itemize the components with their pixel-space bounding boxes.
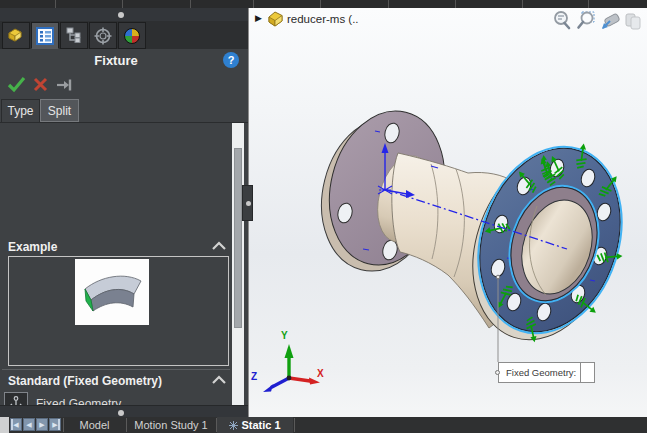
panel-splitter-bottom[interactable] <box>0 405 248 417</box>
flyout-tree-arrow-icon[interactable]: ▶ <box>255 13 262 23</box>
example-part-image <box>75 259 149 325</box>
collapse-chevron-icon[interactable] <box>210 240 228 252</box>
tab-scroll-first-button[interactable]: ◀ <box>10 418 22 431</box>
page-title: Fixture <box>0 53 232 68</box>
tab-scroll-left-button[interactable]: ◀ <box>23 418 35 431</box>
panel-scrollbar[interactable] <box>232 123 244 405</box>
property-manager-icon <box>35 27 55 45</box>
tab-static-1-label: Static 1 <box>241 419 280 431</box>
triad-z-label: Z <box>251 371 257 382</box>
static-study-icon <box>229 421 238 430</box>
part-document-icon <box>266 10 284 27</box>
tab-feature-manager[interactable] <box>2 22 30 49</box>
tab-motion-study-1[interactable]: Motion Study 1 <box>127 417 215 433</box>
panel-splitter-top[interactable] <box>0 8 248 21</box>
example-preview-box <box>8 256 229 366</box>
tab-dimxpert-manager[interactable] <box>89 22 117 49</box>
callout-value-box[interactable] <box>581 362 595 383</box>
tab-bar-corner <box>0 417 9 433</box>
toolbar-strip <box>0 0 647 8</box>
tab-property-manager[interactable] <box>31 22 59 49</box>
fixture-option-fixed-geometry[interactable]: Fixed Geometry <box>0 391 232 405</box>
tab-split[interactable]: Split <box>40 99 79 122</box>
sub-tab-bar: Type Split <box>0 99 248 123</box>
tab-type[interactable]: Type <box>1 99 40 122</box>
solidworks-window: Fixture ? Type Split Example <box>0 0 647 433</box>
section-tool-icon[interactable] <box>599 10 621 32</box>
fixture-option-label: Fixed Geometry <box>36 397 121 405</box>
example-section-header[interactable]: Example <box>8 240 57 254</box>
magnifier-icon[interactable] <box>551 10 573 32</box>
scrollbar-thumb[interactable] <box>234 148 242 328</box>
standard-section-header[interactable]: Standard (Fixed Geometry) <box>8 374 162 388</box>
section-divider <box>2 369 230 370</box>
help-icon[interactable]: ? <box>223 52 239 68</box>
graphics-area[interactable]: ▶ reducer-ms (.. <box>248 8 647 417</box>
triad-x-label: X <box>317 368 324 379</box>
tab-display-manager[interactable] <box>118 22 146 49</box>
manager-tab-bar <box>0 21 248 49</box>
panel-resize-handle[interactable] <box>242 185 253 221</box>
pages-icon <box>622 10 644 32</box>
property-manager-body: Example Standard (Fixed Geometry) <box>0 123 232 405</box>
collapse-chevron-icon[interactable] <box>210 374 228 386</box>
pin-button[interactable] <box>56 75 74 95</box>
action-row <box>0 73 248 97</box>
callout-anchor-icon[interactable] <box>495 370 500 375</box>
tab-static-1[interactable]: Static 1 <box>217 417 293 433</box>
tab-configuration-manager[interactable] <box>60 22 88 49</box>
tab-scroll-last-button[interactable]: ▶ <box>49 418 61 431</box>
zoom-area-icon[interactable] <box>575 10 597 32</box>
fixture-callout[interactable]: Fixed Geometry: <box>498 362 595 383</box>
configuration-manager-icon <box>64 27 84 45</box>
cancel-button[interactable] <box>32 75 50 95</box>
part-icon <box>6 27 26 45</box>
property-manager-panel: Fixture ? Type Split Example <box>0 8 248 417</box>
tab-model[interactable]: Model <box>64 417 125 433</box>
callout-label: Fixed Geometry: <box>498 362 581 383</box>
property-manager-header: Fixture ? <box>0 49 248 73</box>
display-manager-icon <box>122 27 142 45</box>
triad-y-label: Y <box>281 330 288 341</box>
tab-scroll-right-button[interactable]: ▶ <box>36 418 48 431</box>
example-thumbnail <box>75 259 149 325</box>
dimxpert-icon <box>93 27 113 45</box>
fixed-geometry-icon <box>4 392 28 405</box>
document-name[interactable]: reducer-ms (.. <box>287 13 359 25</box>
document-tab-bar: ◀ ◀ ▶ ▶ Model Motion Study 1 Static 1 <box>0 417 647 433</box>
model-scene <box>249 8 647 417</box>
orientation-triad <box>263 344 320 392</box>
ok-button[interactable] <box>6 75 28 95</box>
